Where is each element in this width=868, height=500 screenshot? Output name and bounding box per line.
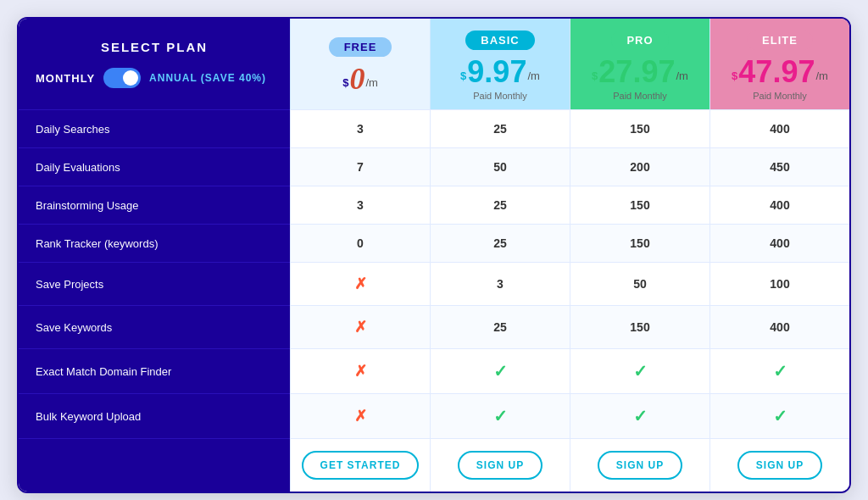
basic-per: /m bbox=[527, 69, 539, 82]
pricing-table: SELECT PLAN Monthly Annual (save 40%) FR… bbox=[19, 19, 849, 492]
billing-toggle[interactable] bbox=[103, 68, 141, 88]
cross-icon: ✗ bbox=[354, 362, 367, 381]
feature-value-3-1: 25 bbox=[430, 224, 570, 262]
feature-value-2-3: 400 bbox=[709, 186, 849, 224]
cross-icon: ✗ bbox=[354, 407, 367, 425]
plan-name-basic: BASIC bbox=[465, 31, 534, 50]
pro-price-row: $ 27.97 /m bbox=[592, 57, 688, 87]
btn-area-left bbox=[19, 438, 290, 492]
basic-price-row: $ 9.97 /m bbox=[460, 57, 540, 87]
feature-value-7-3: ✓ bbox=[709, 393, 849, 438]
billing-toggle-row: Monthly Annual (save 40%) bbox=[36, 68, 273, 88]
feature-label-2: Brainstorming Usage bbox=[19, 186, 290, 224]
select-plan-header: SELECT PLAN Monthly Annual (save 40%) bbox=[19, 19, 290, 109]
pricing-table-wrapper: SELECT PLAN Monthly Annual (save 40%) FR… bbox=[17, 17, 851, 493]
feature-value-4-0: ✗ bbox=[290, 262, 430, 305]
feature-value-6-1: ✓ bbox=[430, 348, 570, 393]
feature-value-2-0: 3 bbox=[290, 186, 430, 224]
signup-button-elite[interactable]: SIGN UP bbox=[737, 451, 822, 480]
feature-value-3-0: 0 bbox=[290, 224, 430, 262]
plan-header-basic: BASIC $ 9.97 /m Paid Monthly bbox=[430, 19, 570, 109]
signup-button-pro[interactable]: SIGN UP bbox=[598, 451, 682, 480]
feature-value-1-0: 7 bbox=[290, 147, 430, 186]
cross-icon: ✗ bbox=[354, 275, 367, 293]
feature-value-0-3: 400 bbox=[709, 109, 849, 147]
annual-label: Annual (save 40%) bbox=[149, 72, 266, 84]
feature-value-4-2: 50 bbox=[570, 262, 709, 305]
feature-value-6-0: ✗ bbox=[290, 348, 430, 393]
check-icon: ✓ bbox=[493, 361, 508, 381]
free-amount: 0 bbox=[349, 64, 364, 94]
free-per: /m bbox=[365, 76, 377, 89]
btn-col-pro: SIGN UP bbox=[570, 438, 709, 492]
feature-label-3: Rank Tracker (keywords) bbox=[19, 224, 290, 262]
elite-price-row: $ 47.97 /m bbox=[732, 57, 828, 87]
check-icon: ✓ bbox=[493, 406, 508, 426]
free-price-wrap: $ 0 /m bbox=[342, 64, 378, 94]
feature-label-5: Save Keywords bbox=[19, 305, 290, 348]
feature-value-5-1: 25 bbox=[430, 305, 570, 348]
pro-amount: 27.97 bbox=[598, 57, 675, 87]
pro-per: /m bbox=[676, 69, 687, 82]
feature-value-1-1: 50 bbox=[430, 147, 570, 186]
btn-col-elite: SIGN UP bbox=[709, 438, 849, 492]
feature-value-7-2: ✓ bbox=[570, 393, 709, 438]
feature-value-5-2: 150 bbox=[570, 305, 709, 348]
btn-col-free: Get Started bbox=[290, 438, 430, 492]
select-plan-title: SELECT PLAN bbox=[101, 40, 208, 54]
feature-value-2-1: 25 bbox=[430, 186, 570, 224]
free-dollar: $ bbox=[342, 76, 348, 89]
feature-value-7-0: ✗ bbox=[290, 393, 430, 438]
get-started-button[interactable]: Get Started bbox=[302, 451, 420, 480]
feature-value-2-2: 150 bbox=[570, 186, 709, 224]
feature-label-0: Daily Searches bbox=[19, 109, 290, 147]
plan-name-free: FREE bbox=[329, 37, 392, 57]
feature-value-3-3: 400 bbox=[709, 224, 849, 262]
feature-value-4-1: 3 bbox=[430, 262, 570, 305]
elite-dollar: $ bbox=[732, 69, 737, 82]
feature-value-1-2: 200 bbox=[570, 147, 709, 186]
feature-label-1: Daily Evaluations bbox=[19, 147, 290, 186]
basic-amount: 9.97 bbox=[467, 57, 526, 87]
free-price-row: $ 0 /m bbox=[342, 64, 378, 94]
plan-name-elite: ELITE bbox=[747, 31, 813, 50]
plan-header-pro: PRO $ 27.97 /m Paid Monthly bbox=[570, 19, 709, 109]
feature-value-0-1: 25 bbox=[430, 109, 570, 147]
feature-value-5-3: 400 bbox=[709, 305, 849, 348]
feature-value-1-3: 450 bbox=[709, 147, 849, 186]
pro-dollar: $ bbox=[592, 69, 598, 82]
cross-icon: ✗ bbox=[354, 318, 367, 336]
check-icon: ✓ bbox=[773, 406, 787, 426]
check-icon: ✓ bbox=[633, 361, 648, 381]
btn-col-basic: SIGN UP bbox=[430, 438, 570, 492]
basic-dollar: $ bbox=[460, 69, 466, 82]
elite-per: /m bbox=[815, 69, 827, 82]
feature-value-7-1: ✓ bbox=[430, 393, 570, 438]
feature-value-5-0: ✗ bbox=[290, 305, 430, 348]
feature-value-4-3: 100 bbox=[709, 262, 849, 305]
check-icon: ✓ bbox=[633, 406, 648, 426]
feature-label-4: Save Projects bbox=[19, 262, 290, 305]
elite-paid-monthly: Paid Monthly bbox=[753, 91, 807, 101]
signup-button-basic[interactable]: SIGN UP bbox=[458, 451, 542, 480]
feature-value-6-3: ✓ bbox=[709, 348, 849, 393]
feature-value-3-2: 150 bbox=[570, 224, 709, 262]
plan-header-elite: ELITE $ 47.97 /m Paid Monthly bbox=[709, 19, 849, 109]
check-icon: ✓ bbox=[773, 361, 787, 381]
elite-amount: 47.97 bbox=[738, 57, 815, 87]
feature-label-6: Exact Match Domain Finder bbox=[19, 348, 290, 393]
feature-label-7: Bulk Keyword Upload bbox=[19, 393, 290, 438]
feature-value-0-2: 150 bbox=[570, 109, 709, 147]
monthly-label: Monthly bbox=[36, 72, 95, 85]
plan-header-free: FREE $ 0 /m bbox=[290, 19, 430, 109]
basic-paid-monthly: Paid Monthly bbox=[473, 91, 527, 101]
pro-paid-monthly: Paid Monthly bbox=[613, 91, 667, 101]
feature-value-0-0: 3 bbox=[290, 109, 430, 147]
feature-value-6-2: ✓ bbox=[570, 348, 709, 393]
plan-name-pro: PRO bbox=[611, 31, 668, 50]
